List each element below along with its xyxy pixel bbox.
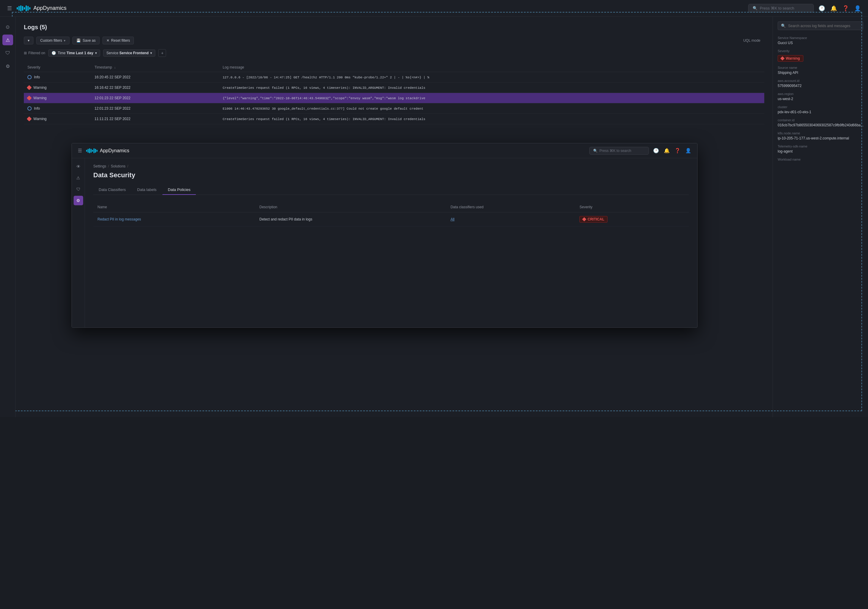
- filter-chevron-btn[interactable]: ▾: [24, 37, 33, 45]
- log-spacer-cell: [201, 114, 219, 124]
- add-filter-btn[interactable]: +: [158, 49, 166, 57]
- log-table-row[interactable]: Warning11:11:21 22 SEP 2022CreateTimeSer…: [24, 114, 764, 124]
- panel-field-label: Source name: [778, 66, 863, 70]
- save-as-label: Save as: [82, 39, 95, 43]
- severity-label: Info: [34, 107, 40, 111]
- service-filter-tag[interactable]: Service Service Frontend ▾: [103, 49, 155, 57]
- sidebar-item-overview[interactable]: ⊙: [2, 22, 13, 32]
- bg-search-bar[interactable]: 🔍 Press ⌘K to search: [748, 4, 814, 12]
- fg-help-icon[interactable]: ❓: [674, 148, 680, 153]
- panel-field-label: Service Namespace: [778, 36, 863, 40]
- time-filter-tag[interactable]: 🕐 Time Time Last 1 day ▾: [48, 49, 100, 57]
- log-spacer-cell: [201, 82, 219, 93]
- log-severity-cell: Info: [24, 104, 91, 114]
- fg-sidebar-item-alerts[interactable]: ⚠: [74, 173, 83, 182]
- bg-top-nav: ☰ AppDynamics 🔍 Press ⌘K to search 🕐 🔔: [0, 0, 868, 17]
- col-severity: Severity: [24, 63, 91, 72]
- fg-sidebar-item-security[interactable]: 🛡: [74, 184, 83, 194]
- svg-rect-11: [91, 149, 91, 153]
- table-row: Redact PII in log messages Detect and re…: [93, 212, 689, 226]
- fg-bell-icon[interactable]: 🔔: [664, 148, 670, 153]
- log-timestamp-cell: 12:01:23 22 SEP 2022: [91, 104, 201, 114]
- custom-filters-btn[interactable]: Custom filters ▾: [36, 37, 70, 45]
- tab-data-classifiers[interactable]: Data Classifiers: [93, 185, 131, 195]
- reset-filters-btn[interactable]: ✕ Reset filters: [102, 37, 134, 45]
- bg-app-name: AppDynamics: [33, 5, 67, 11]
- bg-bell-icon[interactable]: 🔔: [831, 5, 837, 12]
- fg-user-icon[interactable]: 👤: [685, 148, 691, 153]
- svg-rect-14: [95, 149, 96, 153]
- bg-clock-icon[interactable]: 🕐: [818, 5, 825, 12]
- fg-top-nav: ☰ AppDynamics 🔍 Press ⌘K to search 🕐 🔔 ❓: [72, 143, 697, 158]
- fg-sidebar: 👁 ⚠ 🛡 ⚙: [72, 158, 85, 328]
- policy-classifiers-link[interactable]: All: [450, 217, 454, 221]
- log-message-text: 127.0.0.6 - [2022/10/06 - 14:47:25] GET …: [223, 76, 429, 79]
- filtered-on-row: ⊞ Filtered on 🕐 Time Time Last 1 day ▾ S…: [24, 49, 764, 57]
- severity-label: Warning: [33, 96, 46, 100]
- log-table-row[interactable]: Warning12:01:23 22 SEP 2022{"level":"war…: [24, 93, 764, 104]
- right-panel-fields: Service NamespaceGucci USSeverityWarning…: [778, 36, 863, 161]
- panel-field-label: cluster: [778, 105, 863, 109]
- log-message-cell: CreateTimeSeries request failed (1 RPCs,…: [219, 114, 764, 124]
- breadcrumb-solutions[interactable]: Solutions: [111, 164, 126, 168]
- log-message-text: CreateTimeSeries request failed (1 RPCs,…: [223, 117, 425, 121]
- panel-field-value: us-west-2: [778, 97, 863, 101]
- fg-search-placeholder: Press ⌘K to search: [600, 149, 631, 153]
- col-description: Description: [255, 202, 446, 212]
- sidebar-item-alerts[interactable]: ⚠: [2, 34, 13, 45]
- custom-filters-chevron-icon: ▾: [64, 39, 65, 43]
- col-message: Log message: [219, 63, 764, 72]
- cisco-logo-icon: [17, 5, 30, 12]
- severity-warning-icon: [27, 116, 32, 122]
- svg-rect-2: [20, 5, 22, 11]
- log-table-row[interactable]: Info12:01:23 22 SEP 2022E1006 14:46:43.4…: [24, 104, 764, 114]
- fg-search-bar[interactable]: 🔍 Press ⌘K to search: [589, 147, 649, 155]
- log-severity-cell: Warning: [24, 82, 91, 93]
- log-table-row[interactable]: Info16:20:45 22 SEP 2022127.0.0.6 - [202…: [24, 72, 764, 82]
- bg-nav-icons: 🕐 🔔 ❓ 👤: [818, 5, 861, 12]
- panel-field-value: log-agent: [778, 149, 863, 153]
- col-classifiers: Data classifiers used: [446, 202, 575, 212]
- col-name: Name: [93, 202, 255, 212]
- breadcrumb-settings[interactable]: Settings: [93, 164, 106, 168]
- policy-name-link[interactable]: Redact PII in log messages: [98, 217, 141, 221]
- log-table-row[interactable]: Warning16:16:42 22 SEP 2022CreateTimeSer…: [24, 82, 764, 93]
- sidebar-item-security[interactable]: 🛡: [2, 48, 13, 59]
- save-as-btn[interactable]: 💾 Save as: [73, 37, 99, 45]
- log-timestamp-cell: 16:16:42 22 SEP 2022: [91, 82, 201, 93]
- fg-hamburger-icon[interactable]: ☰: [78, 148, 82, 153]
- fg-cisco-logo-icon: [86, 148, 98, 154]
- log-message-cell: CreateTimeSeries request failed (1 RPCs,…: [219, 82, 764, 93]
- panel-field-value: ip-10-205-71-177.us-west-2.compute.inter…: [778, 136, 863, 140]
- close-icon: ✕: [106, 39, 109, 43]
- bg-help-icon[interactable]: ❓: [842, 5, 849, 12]
- panel-search-icon: 🔍: [781, 23, 786, 28]
- sidebar-item-settings[interactable]: ⚙: [2, 61, 13, 71]
- log-message-text: {"level":"warning","time":"2022-10-06T14…: [223, 97, 425, 100]
- bg-nav-logo: AppDynamics: [17, 5, 67, 12]
- bg-hamburger-icon[interactable]: ☰: [7, 5, 12, 12]
- right-panel-search[interactable]: 🔍: [778, 22, 863, 30]
- fg-clock-icon[interactable]: 🕐: [653, 148, 659, 153]
- log-spacer-cell: [201, 72, 219, 82]
- log-severity-cell: Warning: [24, 93, 91, 104]
- panel-search-input[interactable]: [788, 24, 860, 28]
- policy-description-cell: Detect and redact PII data in logs: [255, 212, 446, 226]
- bg-user-icon[interactable]: 👤: [854, 5, 861, 12]
- fg-sidebar-item-view[interactable]: 👁: [74, 162, 83, 171]
- fg-nav-logo: AppDynamics: [86, 148, 129, 154]
- log-spacer-cell: [201, 104, 219, 114]
- uql-mode-btn[interactable]: UQL mode: [739, 37, 764, 45]
- severity-label: Info: [34, 75, 40, 79]
- svg-rect-0: [17, 7, 18, 9]
- breadcrumb-sep-2: /: [127, 164, 128, 168]
- log-message-cell: {"level":"warning","time":"2022-10-06T14…: [219, 93, 764, 104]
- log-timestamp-cell: 16:20:45 22 SEP 2022: [91, 72, 201, 82]
- col-spacer: [201, 63, 219, 72]
- tab-data-policies[interactable]: Data Policies: [163, 185, 196, 195]
- service-filter-chevron-icon: ▾: [150, 51, 152, 55]
- fg-sidebar-item-settings[interactable]: ⚙: [74, 196, 83, 205]
- data-policies-table: Name Description Data classifiers used S…: [93, 202, 689, 226]
- tab-data-labels[interactable]: Data labels: [132, 185, 162, 195]
- fg-nav-icons: 🕐 🔔 ❓ 👤: [653, 148, 691, 153]
